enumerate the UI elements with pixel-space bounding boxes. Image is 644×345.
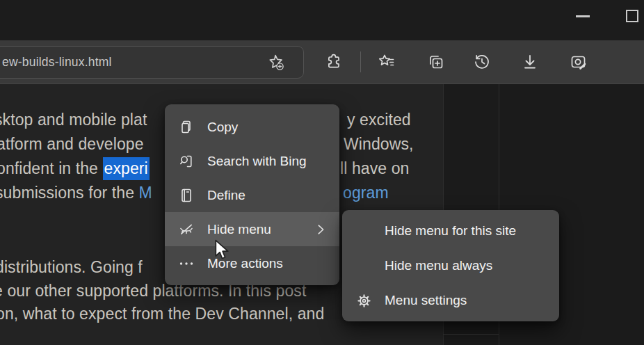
search-icon — [177, 152, 195, 170]
submenu-item-menu-settings[interactable]: Menu settings — [342, 283, 559, 318]
menu-item-label: Define — [207, 188, 245, 203]
maximize-icon — [626, 10, 638, 22]
menu-item-search-with-bing[interactable]: Search with Bing — [165, 144, 339, 178]
submenu-item-hide-always[interactable]: Hide menu always — [342, 248, 559, 283]
menu-item-label: Search with Bing — [207, 154, 307, 169]
chevron-right-icon — [313, 222, 328, 237]
favorites-button[interactable] — [377, 52, 396, 72]
article-text: sktop and mobile plat — [0, 109, 147, 130]
submenu-icon-spacer — [355, 222, 373, 240]
article-text: submissions for the — [0, 184, 139, 202]
puzzle-icon — [325, 53, 343, 71]
extensions-button[interactable] — [324, 52, 344, 72]
article-text: onfident in the experi — [0, 158, 150, 179]
url-text[interactable]: ew-builds-linux.html — [2, 55, 112, 70]
article-link[interactable]: M — [139, 184, 152, 202]
browser-window: ew-builds-linux.html — [0, 0, 644, 345]
submenu-item-hide-for-site[interactable]: Hide menu for this site — [342, 214, 559, 248]
ellipsis-icon — [177, 255, 195, 273]
define-book-icon — [177, 186, 195, 204]
article-text: y excited — [347, 109, 411, 130]
menu-item-label: Hide menu — [207, 222, 271, 237]
mouse-cursor — [213, 239, 231, 263]
minimize-icon — [576, 15, 590, 17]
menu-item-label: Hide menu for this site — [385, 223, 516, 239]
gear-icon — [355, 291, 373, 310]
article-text: Windows, — [344, 134, 414, 154]
context-menu: Copy Search with Bing Define — [165, 104, 339, 285]
article-text: ll have on — [340, 158, 409, 179]
history-button[interactable] — [472, 52, 492, 72]
download-arrow-icon — [520, 52, 540, 72]
menu-item-label: Copy — [207, 120, 238, 135]
article-text: atform and develope — [0, 134, 144, 154]
article-text: on, what to expect from the Dev Channel,… — [0, 303, 324, 324]
submenu-icon-spacer — [355, 257, 373, 275]
selected-text: experi — [103, 157, 150, 180]
eye-off-icon — [177, 220, 195, 239]
maximize-button[interactable] — [620, 4, 644, 28]
collections-button[interactable] — [426, 52, 446, 72]
menu-item-more-actions[interactable]: More actions — [165, 246, 339, 280]
history-clock-icon — [472, 52, 492, 72]
menu-item-define[interactable]: Define — [165, 178, 339, 212]
article-text: submissions for the M — [0, 182, 152, 203]
web-capture-button[interactable] — [569, 52, 588, 72]
menu-item-copy[interactable]: Copy — [165, 110, 339, 144]
article-text: onfident in the — [0, 159, 103, 177]
menu-item-label: Hide menu always — [385, 258, 492, 273]
downloads-button[interactable] — [520, 52, 540, 72]
toolbar-divider — [360, 51, 361, 72]
window-titlebar — [0, 0, 644, 40]
copy-icon — [177, 118, 195, 136]
hide-menu-submenu: Hide menu for this site Hide menu always… — [342, 210, 559, 321]
menu-item-label: Menu settings — [385, 293, 467, 308]
add-favorite-icon[interactable] — [266, 52, 287, 73]
address-bar[interactable]: ew-builds-linux.html — [0, 46, 304, 79]
menu-item-hide-menu[interactable]: Hide menu — [165, 212, 339, 246]
web-capture-icon — [569, 52, 588, 72]
minimize-button[interactable] — [570, 8, 595, 24]
page-row-divider — [443, 334, 499, 335]
browser-toolbar: ew-builds-linux.html — [0, 40, 644, 84]
favorites-star-icon — [377, 52, 396, 72]
article-text: distributions. Going f — [0, 257, 143, 278]
article-link[interactable]: ogram — [343, 182, 389, 203]
collections-icon — [426, 52, 446, 72]
